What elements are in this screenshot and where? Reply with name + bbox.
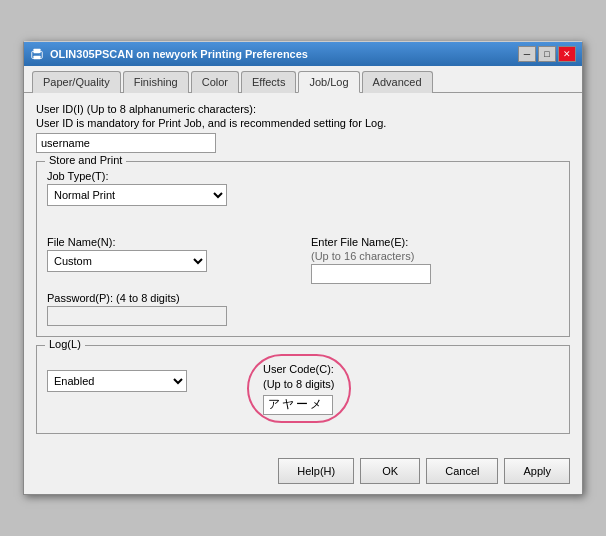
window-title: OLIN305PSCAN on newyork Printing Prefere… (50, 48, 308, 60)
close-button[interactable]: ✕ (558, 46, 576, 62)
enter-file-name-input[interactable] (311, 264, 431, 284)
tab-job-log[interactable]: Job/Log (298, 71, 359, 93)
user-id-input[interactable] (36, 133, 216, 153)
file-name-dropdown[interactable]: Custom Auto (47, 250, 207, 272)
svg-rect-1 (34, 49, 41, 53)
bottom-buttons: Help(H) OK Cancel Apply (24, 452, 582, 494)
store-and-print-group: Store and Print Job Type(T): Normal Prin… (36, 161, 570, 337)
log-right: User Code(C): (Up to 8 digits) (247, 354, 351, 423)
title-bar: OLIN305PSCAN on newyork Printing Prefere… (24, 42, 582, 66)
tab-finishing[interactable]: Finishing (123, 71, 189, 93)
user-id-section: User ID(I) (Up to 8 alphanumeric charact… (36, 103, 570, 153)
svg-rect-2 (34, 56, 41, 60)
log-left: Enabled Disabled (47, 354, 187, 392)
printer-icon (30, 47, 44, 61)
user-code-section: User Code(C): (Up to 8 digits) (247, 354, 351, 423)
user-code-label: User Code(C): (Up to 8 digits) (263, 362, 335, 391)
main-window: OLIN305PSCAN on newyork Printing Prefere… (23, 41, 583, 495)
enter-file-name-col: Enter File Name(E): (Up to 16 characters… (311, 236, 559, 284)
help-button[interactable]: Help(H) (278, 458, 354, 484)
store-and-print-title: Store and Print (45, 154, 126, 166)
log-enabled-dropdown[interactable]: Enabled Disabled (47, 370, 187, 392)
tab-bar: Paper/Quality Finishing Color Effects Jo… (24, 66, 582, 93)
enter-file-name-sublabel: (Up to 16 characters) (311, 250, 559, 262)
enter-file-name-label: Enter File Name(E): (311, 236, 559, 248)
file-name-label: File Name(N): (47, 236, 295, 248)
minimize-button[interactable]: ─ (518, 46, 536, 62)
tab-effects[interactable]: Effects (241, 71, 296, 93)
maximize-button[interactable]: □ (538, 46, 556, 62)
job-type-label: Job Type(T): (47, 170, 559, 182)
user-id-sublabel: User ID is mandatory for Print Job, and … (36, 117, 570, 129)
job-type-dropdown[interactable]: Normal Print Locked Print Hold Print Sto… (47, 184, 227, 206)
password-label: Password(P): (4 to 8 digits) (47, 292, 559, 304)
title-buttons: ─ □ ✕ (518, 46, 576, 62)
password-input[interactable] (47, 306, 227, 326)
apply-button[interactable]: Apply (504, 458, 570, 484)
log-group: Log(L) Enabled Disabled User Code(C): (U… (36, 345, 570, 434)
log-row: Enabled Disabled User Code(C): (Up to 8 … (47, 354, 559, 423)
tab-advanced[interactable]: Advanced (362, 71, 433, 93)
log-title: Log(L) (45, 338, 85, 350)
user-code-input[interactable] (263, 395, 333, 415)
content-area: User ID(I) (Up to 8 alphanumeric charact… (24, 93, 582, 452)
tab-paper-quality[interactable]: Paper/Quality (32, 71, 121, 93)
file-name-col: File Name(N): Custom Auto (47, 236, 295, 284)
svg-point-3 (39, 53, 41, 55)
help-btn-wrap: Help(H) (36, 458, 354, 484)
tab-color[interactable]: Color (191, 71, 239, 93)
ok-button[interactable]: OK (360, 458, 420, 484)
cancel-button[interactable]: Cancel (426, 458, 498, 484)
user-id-label: User ID(I) (Up to 8 alphanumeric charact… (36, 103, 570, 115)
